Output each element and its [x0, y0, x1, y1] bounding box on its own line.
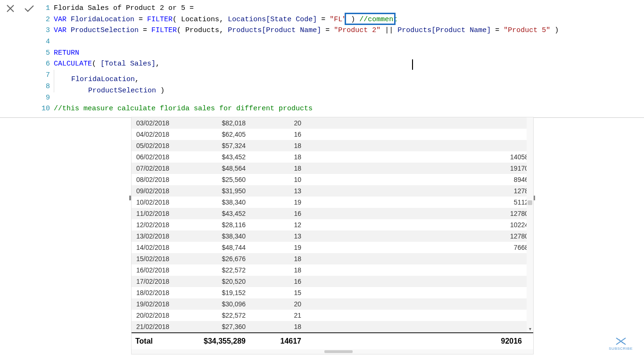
table-row[interactable]: 19/02/2018$30,09620 [132, 298, 533, 310]
total-qty: 14617 [249, 336, 311, 346]
cell-sales: $22,572 [188, 264, 249, 276]
table-row[interactable]: 12/02/2018$28,1161210224 [132, 219, 533, 230]
cell-date: 19/02/2018 [132, 298, 188, 310]
cell-sales: $62,405 [188, 129, 249, 140]
cell-qty: 13 [249, 230, 311, 242]
cell-sales: $38,340 [188, 230, 249, 242]
cell-qty: 21 [249, 310, 311, 321]
table-row[interactable]: 11/02/2018$43,4521612780 [132, 208, 533, 219]
table-row[interactable]: 18/02/2018$19,15215 [132, 287, 533, 298]
subscribe-badge[interactable]: SUBSCRIBE [609, 337, 633, 351]
scroll-down-icon[interactable]: ▾ [528, 325, 532, 332]
cancel-icon[interactable] [6, 4, 15, 13]
svg-point-1 [619, 339, 620, 340]
cell-sales: $28,116 [188, 219, 249, 230]
cell-val [311, 117, 533, 129]
dax-editor[interactable]: 12345678910 Florida Sales of Product 2 o… [41, 0, 644, 117]
cell-qty: 16 [249, 129, 311, 140]
table-row[interactable]: 07/02/2018$48,5641819170 [132, 163, 533, 174]
code-lines[interactable]: Florida Sales of Product 2 or 5 = VAR Fl… [54, 3, 644, 115]
text-cursor [412, 59, 413, 70]
table-row[interactable]: 10/02/2018$38,340195112 [132, 197, 533, 208]
code-line-8: ProductSelection ) [54, 81, 644, 92]
cell-qty: 20 [249, 117, 311, 129]
total-label: Total [132, 336, 188, 346]
cell-val [311, 310, 533, 321]
cell-qty: 18 [249, 264, 311, 276]
cell-sales: $31,950 [188, 185, 249, 197]
cell-qty: 19 [249, 242, 311, 253]
commit-icon[interactable] [24, 4, 35, 13]
cell-qty: 19 [249, 197, 311, 208]
cell-val: 12780 [311, 230, 533, 242]
code-line-7: FloridaLocation, [54, 70, 644, 81]
table-visual[interactable]: 03/02/2018$82,0182004/02/2018$62,4051605… [131, 117, 534, 354]
table-row[interactable]: 06/02/2018$43,4521814058 [132, 151, 533, 163]
cell-sales: $27,360 [188, 321, 249, 332]
data-table: 03/02/2018$82,0182004/02/2018$62,4051605… [132, 117, 533, 332]
cell-sales: $57,324 [188, 140, 249, 151]
table-row[interactable]: 04/02/2018$62,40516 [132, 129, 533, 140]
cell-sales: $43,452 [188, 208, 249, 219]
table-row[interactable]: 05/02/2018$57,32418 [132, 140, 533, 151]
cell-sales: $26,676 [188, 253, 249, 264]
cell-val: 12780 [311, 208, 533, 219]
cell-date: 03/02/2018 [132, 117, 188, 129]
cell-date: 12/02/2018 [132, 219, 188, 230]
cell-date: 09/02/2018 [132, 185, 188, 197]
formula-bar: 12345678910 Florida Sales of Product 2 o… [0, 0, 644, 118]
cell-qty: 16 [249, 208, 311, 219]
table-row[interactable]: 09/02/2018$31,950131278 [132, 185, 533, 197]
table-row[interactable]: 17/02/2018$20,52016 [132, 276, 533, 287]
table-row[interactable]: 03/02/2018$82,01820 [132, 117, 533, 129]
code-line-2: VAR FloridaLocation = FILTER( Locations,… [54, 14, 644, 25]
cell-qty: 18 [249, 253, 311, 264]
total-sales: $34,355,289 [188, 336, 249, 346]
cell-val [311, 253, 533, 264]
table-row[interactable]: 16/02/2018$22,57218 [132, 264, 533, 276]
cell-sales: $82,018 [188, 117, 249, 129]
cell-val [311, 298, 533, 310]
formula-actions [0, 0, 41, 117]
table-row[interactable]: 15/02/2018$26,67618 [132, 253, 533, 264]
cell-date: 08/02/2018 [132, 174, 188, 185]
cell-val: 10224 [311, 219, 533, 230]
cell-date: 06/02/2018 [132, 151, 188, 163]
table-row[interactable]: 14/02/2018$48,744197668 [132, 242, 533, 253]
table-row[interactable]: 13/02/2018$38,3401312780 [132, 230, 533, 242]
cell-date: 07/02/2018 [132, 163, 188, 174]
cell-date: 14/02/2018 [132, 242, 188, 253]
cell-val [311, 276, 533, 287]
table-row[interactable]: 20/02/2018$22,57221 [132, 310, 533, 321]
cell-sales: $30,096 [188, 298, 249, 310]
cell-qty: 12 [249, 219, 311, 230]
svg-point-0 [617, 338, 618, 339]
cell-sales: $43,452 [188, 151, 249, 163]
cell-val [311, 321, 533, 332]
cell-val [311, 140, 533, 151]
cell-qty: 20 [249, 298, 311, 310]
cell-val: 1278 [311, 185, 533, 197]
table-row[interactable]: 21/02/2018$27,36018 [132, 321, 533, 332]
cell-date: 16/02/2018 [132, 264, 188, 276]
cell-qty: 13 [249, 185, 311, 197]
cell-val [311, 264, 533, 276]
horizontal-scrollbar[interactable] [132, 349, 533, 354]
cell-val [311, 287, 533, 298]
cell-val: 19170 [311, 163, 533, 174]
total-val: 92016 [311, 336, 533, 346]
cell-date: 15/02/2018 [132, 253, 188, 264]
cell-date: 04/02/2018 [132, 129, 188, 140]
table-scroll-region: 03/02/2018$82,0182004/02/2018$62,4051605… [132, 117, 533, 332]
cell-val: 8946 [311, 174, 533, 185]
cell-val: 7668 [311, 242, 533, 253]
cell-sales: $20,520 [188, 276, 249, 287]
dna-icon [614, 337, 627, 346]
code-line-6: CALCULATE( [Total Sales], [54, 58, 644, 70]
cell-qty: 16 [249, 276, 311, 287]
table-row[interactable]: 08/02/2018$25,560108946 [132, 174, 533, 185]
cell-date: 11/02/2018 [132, 208, 188, 219]
cell-qty: 18 [249, 140, 311, 151]
vertical-scrollbar[interactable]: ▾ [527, 117, 533, 332]
cell-val: 14058 [311, 151, 533, 163]
